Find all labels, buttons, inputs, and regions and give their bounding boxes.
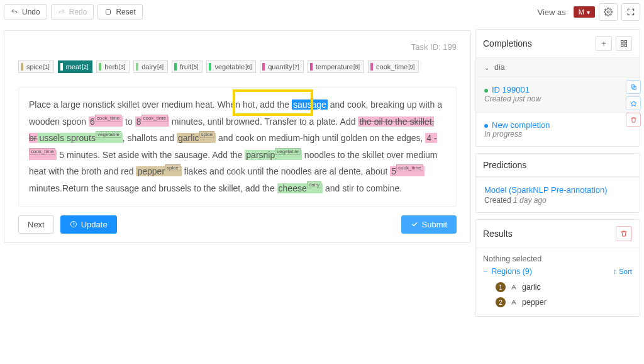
grid-view-button[interactable] <box>616 36 632 51</box>
svg-point-1 <box>607 11 609 13</box>
completion-created: Created just now <box>484 94 631 103</box>
span-brussels[interactable]: ussels sproutsvegetable <box>38 133 122 143</box>
regions-toggle[interactable]: −Regions (9) ↕ Sort <box>483 263 632 280</box>
svg-rect-0 <box>106 10 111 14</box>
label-chip-vegetable[interactable]: vegetable[6] <box>206 60 256 73</box>
predictions-title: Predictions <box>483 160 526 170</box>
span-sausage[interactable]: sausage <box>292 100 328 110</box>
prediction-created-when: 1 day ago <box>513 196 547 205</box>
region-number-badge: 2 <box>496 297 506 307</box>
svg-marker-9 <box>630 100 636 106</box>
star-completion-button[interactable] <box>626 96 641 110</box>
span-pepper[interactable]: pepperspice <box>136 166 181 176</box>
label-swatch <box>262 63 265 71</box>
prediction-model-link[interactable]: Model (SparkNLP Pre-annotation) <box>484 185 608 195</box>
label-name: quantity <box>268 63 292 71</box>
clear-results-button[interactable] <box>616 226 632 241</box>
span-cheese[interactable]: cheesedairy <box>277 183 323 193</box>
label-chip-herb[interactable]: herb[3] <box>96 60 130 73</box>
add-completion-button[interactable]: ＋ <box>596 36 612 51</box>
undo-button[interactable]: Undo <box>4 4 47 20</box>
annotation-text[interactable]: Place a large nonstick skillet over medi… <box>18 87 457 207</box>
delete-completion-button[interactable] <box>626 113 641 127</box>
label-chip-temperature[interactable]: temperature[8] <box>308 60 364 73</box>
text-region-icon <box>511 284 517 290</box>
gear-icon <box>604 8 613 16</box>
label-hotkey: [7] <box>293 64 299 70</box>
next-button[interactable]: Next <box>18 215 54 234</box>
sort-button[interactable]: ↕ Sort <box>613 268 632 275</box>
label-hotkey: [8] <box>353 64 360 70</box>
label-name: cook_time <box>376 63 408 71</box>
region-number-badge: 1 <box>496 282 506 292</box>
fullscreen-button[interactable] <box>621 3 640 21</box>
label-swatch <box>60 63 63 71</box>
label-name: spice <box>26 63 43 71</box>
label-hotkey: [4] <box>157 64 164 70</box>
reset-icon <box>104 8 112 16</box>
completions-title: Completions <box>483 38 532 48</box>
completion-actions <box>626 80 641 127</box>
chevron-down-icon: ▾ <box>587 9 590 16</box>
redo-label: Redo <box>69 8 87 16</box>
submit-label: Submit <box>422 220 447 229</box>
label-hotkey: [9] <box>408 64 414 70</box>
settings-button[interactable] <box>599 3 618 21</box>
submit-button[interactable]: Submit <box>401 215 457 234</box>
star-icon <box>630 100 637 107</box>
text-fragment: Place a large nonstick skillet over medi… <box>29 100 292 110</box>
label-hotkey: [5] <box>192 64 198 70</box>
copy-icon <box>630 84 637 91</box>
span-parsnip[interactable]: parsnipvegetable <box>245 150 302 160</box>
view-as-user-badge[interactable]: M ▾ <box>574 6 595 18</box>
label-chip-cook_time[interactable]: cook_time[9] <box>368 60 419 73</box>
span-cook-time-6[interactable]: 6cook_time <box>89 117 123 127</box>
completions-group-toggle[interactable]: ⌄ dia <box>475 57 640 77</box>
label-name: vegetable <box>214 63 245 71</box>
label-name: dairy <box>142 63 157 71</box>
view-as-label: View as <box>538 8 566 17</box>
trash-icon <box>620 230 628 237</box>
new-completion-link[interactable]: New completion <box>492 120 550 130</box>
label-name: fruit <box>180 63 191 71</box>
redo-icon <box>58 8 65 16</box>
svg-rect-6 <box>625 44 627 47</box>
reset-button[interactable]: Reset <box>97 4 142 20</box>
region-item[interactable]: 2pepper <box>483 295 632 310</box>
redo-button[interactable]: Redo <box>51 4 94 20</box>
text-fragment: 5 minutes. Set aside with the sausage. A… <box>57 150 245 160</box>
label-name: herb <box>104 63 118 71</box>
region-text: garlic <box>522 283 541 292</box>
label-swatch <box>310 63 313 71</box>
label-swatch <box>21 63 23 71</box>
label-name: temperature <box>316 63 353 71</box>
label-chip-meat[interactable]: meat[2] <box>58 60 92 73</box>
region-item[interactable]: 1garlic <box>483 280 632 295</box>
span-cook-time-5[interactable]: 5cook_time <box>390 166 424 176</box>
svg-rect-4 <box>625 41 627 43</box>
copy-completion-button[interactable] <box>626 80 641 94</box>
label-hotkey: [6] <box>245 64 252 70</box>
text-fragment: , shallots and <box>123 133 177 143</box>
span-cook-time-8[interactable]: 8cook_time <box>135 117 169 127</box>
label-chip-quantity[interactable]: quantity[7] <box>260 60 304 73</box>
prediction-created-label: Created <box>484 196 511 205</box>
label-chip-spice[interactable]: spice[1] <box>18 60 54 73</box>
label-hotkey: [2] <box>82 64 88 70</box>
label-picker: spice[1]meat[2]herb[3]dairy[4]fruit[5]ve… <box>18 60 457 73</box>
results-panel: Results Nothing selected −Regions (9) ↕ … <box>475 219 640 317</box>
completion-id-link[interactable]: ID 199001 <box>492 85 530 94</box>
label-swatch <box>99 63 101 71</box>
update-button[interactable]: Update <box>60 215 117 234</box>
view-as-initial: M <box>579 8 584 16</box>
label-chip-dairy[interactable]: dairy[4] <box>133 60 168 73</box>
label-swatch <box>209 63 211 71</box>
plus-icon: ＋ <box>600 38 608 49</box>
text-fragment: minutes, until browned. Transfer to a pl… <box>169 117 358 127</box>
label-chip-fruit[interactable]: fruit[5] <box>172 60 203 73</box>
span-garlic[interactable]: garlicspice <box>177 133 216 143</box>
completion-item[interactable]: ID 199001 Created just now <box>475 77 640 112</box>
task-card: Task ID: 199 spice[1]meat[2]herb[3]dairy… <box>4 30 471 243</box>
undo-label: Undo <box>22 8 40 16</box>
status-dot-blue <box>484 124 488 128</box>
